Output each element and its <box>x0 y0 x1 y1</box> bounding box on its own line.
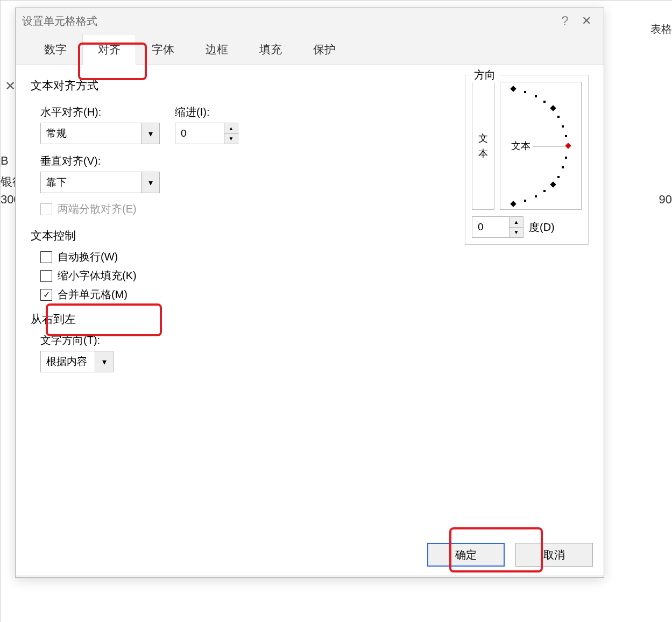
v-align-value: 靠下 <box>41 172 141 193</box>
arrow-up-icon[interactable]: ▲ <box>510 217 523 227</box>
degree-label: 度(D) <box>529 220 555 235</box>
ok-button[interactable]: 确定 <box>427 543 505 567</box>
arrow-up-icon[interactable]: ▲ <box>224 123 238 133</box>
dial-mark-icon <box>543 101 546 103</box>
orientation-group: 方向 文 本 文本 <box>465 75 589 245</box>
orientation-title: 方向 <box>471 68 499 82</box>
dial-mark-icon <box>524 200 526 202</box>
rtl-section-title: 从右到左 <box>31 312 465 327</box>
text-dir-combo[interactable]: 根据内容 ▾ <box>40 351 114 372</box>
dialog-buttons: 确定 取消 <box>427 543 593 567</box>
bg-close-icon: ✕ <box>5 79 16 94</box>
degree-value[interactable]: 0 <box>472 217 509 237</box>
tab-align[interactable]: 对齐 <box>82 34 136 65</box>
chevron-down-icon[interactable]: ▾ <box>95 351 113 372</box>
dial-mark-icon <box>565 157 567 159</box>
indent-label: 缩进(I): <box>175 105 238 119</box>
dial-mark-icon <box>562 125 564 128</box>
dial-line <box>533 146 565 146</box>
arrow-down-icon[interactable]: ▼ <box>510 227 523 238</box>
dialog-titlebar: 设置单元格格式 ? ✕ <box>16 8 604 34</box>
v-align-combo[interactable]: 靠下 ▾ <box>40 172 160 193</box>
wrap-checkbox[interactable] <box>40 251 52 263</box>
orientation-dial[interactable]: 文本 <box>500 82 582 210</box>
dial-mark-icon <box>543 190 546 192</box>
dial-mark-icon <box>550 105 556 111</box>
h-align-combo[interactable]: 常规 ▾ <box>40 123 160 144</box>
format-cells-dialog: 设置单元格格式 ? ✕ 数字 对齐 字体 边框 填充 保护 文本对齐方式 水平对… <box>15 8 604 578</box>
dialog-tabs: 数字 对齐 字体 边框 填充 保护 <box>16 34 604 65</box>
h-align-value: 常规 <box>41 123 141 144</box>
indent-spinner[interactable]: 0 ▲ ▼ <box>175 123 238 144</box>
dial-mark-icon <box>535 95 537 97</box>
dial-mark-icon <box>557 176 560 178</box>
dial-mark-icon <box>524 91 526 93</box>
dial-mark-icon <box>535 195 537 197</box>
close-icon[interactable]: ✕ <box>576 14 597 28</box>
text-dir-label: 文字方向(T): <box>40 333 465 348</box>
dial-mark-icon <box>510 201 516 207</box>
dialog-title: 设置单元格格式 <box>22 14 554 29</box>
shrink-checkbox[interactable] <box>40 270 52 282</box>
vertical-text-button[interactable]: 文 本 <box>472 82 494 210</box>
dialog-body: 文本对齐方式 水平对齐(H): 常规 ▾ 缩进(I): 0 <box>16 65 604 575</box>
help-icon[interactable]: ? <box>554 13 576 29</box>
text-align-section-title: 文本对齐方式 <box>31 78 465 93</box>
indent-value[interactable]: 0 <box>175 123 224 144</box>
dial-mark-icon <box>565 135 567 137</box>
chevron-down-icon[interactable]: ▾ <box>141 123 159 144</box>
v-align-label: 垂直对齐(V): <box>40 154 465 168</box>
dial-mark-icon <box>557 116 560 118</box>
tab-font[interactable]: 字体 <box>136 34 190 65</box>
justify-checkbox <box>40 203 52 215</box>
dial-mark-icon <box>550 181 556 187</box>
h-align-label: 水平对齐(H): <box>40 105 160 119</box>
bg-right-num: 90 <box>659 193 672 207</box>
shrink-label: 缩小字体填充(K) <box>58 268 137 283</box>
text-control-section-title: 文本控制 <box>31 228 465 243</box>
degree-spinner[interactable]: 0 ▲ ▼ <box>472 216 524 238</box>
text-dir-value: 根据内容 <box>41 351 95 372</box>
tab-fill[interactable]: 填充 <box>244 34 298 65</box>
tab-protect[interactable]: 保护 <box>298 34 351 65</box>
dial-handle-icon[interactable] <box>565 143 571 149</box>
wrap-label: 自动换行(W) <box>58 250 118 264</box>
tab-border[interactable]: 边框 <box>190 34 244 65</box>
tab-number[interactable]: 数字 <box>29 34 82 65</box>
cancel-button[interactable]: 取消 <box>515 543 593 567</box>
bg-col-header: B <box>1 154 9 168</box>
dial-mark-icon <box>510 86 516 91</box>
arrow-down-icon[interactable]: ▼ <box>224 133 238 144</box>
dial-text: 文本 <box>511 139 530 152</box>
merge-checkbox[interactable]: ✓ <box>40 289 52 301</box>
merge-label: 合并单元格(M) <box>58 287 128 302</box>
dial-mark-icon <box>562 166 564 168</box>
justify-label: 两端分散对齐(E) <box>58 202 137 216</box>
bg-right-top: 表格 <box>650 22 672 37</box>
chevron-down-icon[interactable]: ▾ <box>141 172 159 193</box>
